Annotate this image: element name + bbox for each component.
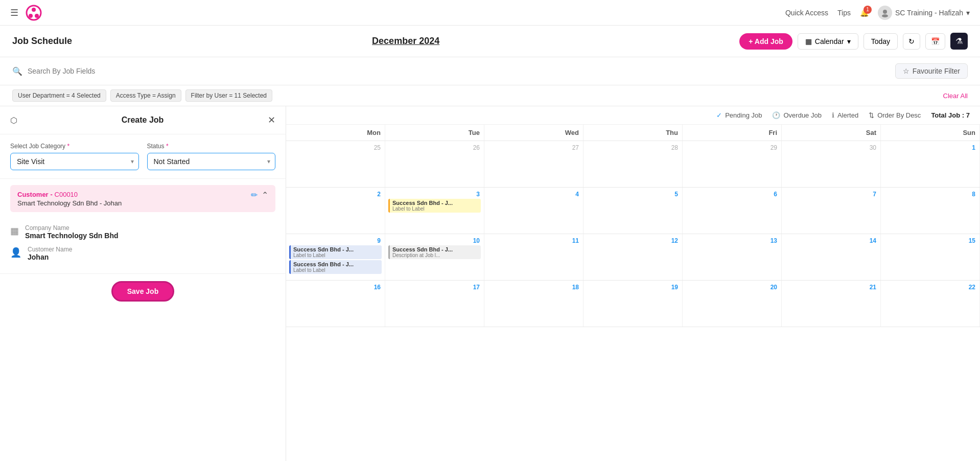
event-desc-3: Description at Job l... [392,252,478,258]
cal-event-dec10-1[interactable]: Success Sdn Bhd - J... Description at Jo… [388,245,481,259]
date-dec18: 18 [487,283,580,292]
cal-cell-dec18[interactable]: 18 [484,281,584,327]
refresh-button[interactable]: ↻ [903,33,920,50]
add-job-button[interactable]: + Add Job [739,33,792,50]
close-icon[interactable]: ✕ [268,114,275,126]
favourite-filter-button[interactable]: ☆ Favourite Filter [895,63,968,79]
svg-point-3 [35,14,39,18]
nav-right: Quick Access Tips 🔔 1 SC Training - Hafi… [785,6,970,20]
overdue-job-stat[interactable]: 🕐 Overdue Job [772,111,821,119]
customer-section: Customer - C00010 Smart Technology Sdn B… [10,185,275,212]
cal-cell-dec14[interactable]: 14 [782,234,881,280]
cal-cell-dec4[interactable]: 4 [484,188,584,234]
day-header-mon: Mon [286,125,385,141]
cal-cell-dec9[interactable]: 9 Success Sdn Bhd - J... Label to Label … [286,234,385,280]
calendar-week-3: 9 Success Sdn Bhd - J... Label to Label … [286,234,980,281]
cal-cell-dec8[interactable]: 8 [881,188,980,234]
date-nov27: 27 [487,143,580,152]
overdue-icon: 🕐 [772,111,780,119]
date-dec17: 17 [388,283,481,292]
cal-cell-dec17[interactable]: 17 [385,281,484,327]
customer-name-row: 👤 Customer Name Johan [10,246,275,261]
quick-access-link[interactable]: Quick Access [785,9,828,17]
clear-all-button[interactable]: Clear All [943,92,968,100]
cal-cell-nov26[interactable]: 26 [385,141,484,187]
filter-button[interactable]: ⚗ [950,33,968,50]
required-marker: * [67,143,69,150]
save-job-button[interactable]: Save Job [111,281,174,302]
customer-name-content: Customer Name Johan [28,246,72,261]
job-category-select[interactable]: Site Visit Maintenance Inspection [10,153,139,170]
tips-link[interactable]: Tips [837,9,851,17]
date-dec1: 1 [884,143,976,152]
page-title: Job Schedule [12,36,72,47]
bell-icon[interactable]: 🔔 1 [860,9,869,17]
cal-cell-nov27[interactable]: 27 [484,141,584,187]
today-button[interactable]: Today [864,33,898,50]
month-title: December 2024 [372,36,439,47]
cal-cell-dec21[interactable]: 21 [782,281,881,327]
cal-cell-dec2[interactable]: 2 [286,188,385,234]
filter-tag-access-type[interactable]: Access Type = Assign [110,89,181,102]
day-header-tue: Tue [385,125,484,141]
job-category-label: Select Job Category * [10,143,139,150]
cal-cell-dec5[interactable]: 5 [584,188,683,234]
date-nov25: 25 [289,143,382,152]
cal-event-dec9-2[interactable]: Success Sdn Bhd - J... Label to Label [289,260,382,274]
cal-cell-dec6[interactable]: 6 [683,188,782,234]
cal-cell-dec19[interactable]: 19 [584,281,683,327]
cal-cell-dec11[interactable]: 11 [484,234,584,280]
svg-point-1 [32,8,36,12]
cal-cell-nov28[interactable]: 28 [584,141,683,187]
date-dec11: 11 [487,236,580,245]
calendar-stats: ✓ Pending Job 🕐 Overdue Job ℹ Alerted ⇅ … [286,106,980,125]
customer-label: Customer [17,191,49,198]
cal-cell-dec22[interactable]: 22 [881,281,980,327]
date-dec3: 3 [388,190,481,199]
order-by-stat[interactable]: ⇅ Order By Desc [869,111,921,119]
cal-cell-dec10[interactable]: 10 Success Sdn Bhd - J... Description at… [385,234,484,280]
cal-cell-dec1[interactable]: 1 [881,141,980,187]
alerted-stat[interactable]: ℹ Alerted [832,111,858,119]
cal-cell-dec12[interactable]: 12 [584,234,683,280]
user-profile[interactable]: SC Training - Hafizah ▾ [878,6,970,20]
cal-cell-dec7[interactable]: 7 [782,188,881,234]
user-chevron-icon: ▾ [966,9,970,17]
filter-tag-department[interactable]: User Department = 4 Selected [12,89,106,102]
calendar-week-2: 2 3 Success Sdn Bhd - J... Label to Labe… [286,188,980,234]
cal-cell-dec3[interactable]: 3 Success Sdn Bhd - J... Label to Label [385,188,484,234]
filter-tag-user[interactable]: Filter by User = 11 Selected [185,89,272,102]
total-jobs-count: 7 [966,111,970,119]
hamburger-icon[interactable]: ☰ [10,7,18,18]
total-jobs: Total Job : 7 [931,111,970,119]
cal-cell-nov29[interactable]: 29 [683,141,782,187]
cal-cell-nov25[interactable]: 25 [286,141,385,187]
status-select[interactable]: Not Started In Progress Completed Cancel… [147,153,276,170]
create-job-panel: ⬡ Create Job ✕ Select Job Category * Sit… [0,106,286,461]
cal-cell-dec20[interactable]: 20 [683,281,782,327]
cal-cell-nov30[interactable]: 30 [782,141,881,187]
pending-job-stat[interactable]: ✓ Pending Job [716,111,762,119]
cal-cell-dec15[interactable]: 15 [881,234,980,280]
alert-icon: ℹ [832,111,834,119]
cal-cell-dec13[interactable]: 13 [683,234,782,280]
company-name-label: Company Name [25,224,119,232]
order-icon: ⇅ [869,111,874,119]
page-actions: + Add Job ▦ Calendar ▾ Today ↻ 📅 ⚗ [739,33,968,50]
date-dec2: 2 [289,190,382,199]
search-input[interactable] [28,67,895,75]
calendar-view-button[interactable]: ▦ Calendar ▾ [798,33,858,50]
collapse-icon[interactable]: ⌃ [262,190,268,200]
calendar-icon-button[interactable]: 📅 [925,33,945,50]
calendar-day-headers: Mon Tue Wed Thu Fri Sat Sun [286,125,980,141]
logo-icon [26,5,42,21]
cal-event-dec9-1[interactable]: Success Sdn Bhd - J... Label to Label [289,245,382,259]
alerted-label: Alerted [837,111,858,119]
cal-event-dec3-1[interactable]: Success Sdn Bhd - J... Label to Label [388,199,481,213]
edit-icon[interactable]: ✏ [251,190,258,200]
date-dec6: 6 [686,190,778,199]
customer-header-row: Customer - C00010 [17,190,251,198]
open-icon[interactable]: ⬡ [10,116,17,125]
date-dec21: 21 [785,283,877,292]
cal-cell-dec16[interactable]: 16 [286,281,385,327]
